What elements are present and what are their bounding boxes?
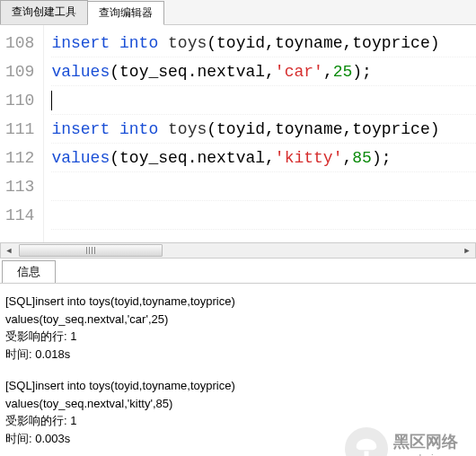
text-cursor [51, 91, 52, 110]
output-line: [SQL]insert into toys(toyid,toyname,toyp… [5, 377, 471, 395]
scroll-left-button[interactable]: ◄ [1, 243, 17, 258]
watermark-text: 黑区网络 www.heiqu.com [393, 433, 469, 456]
line-number: 108 [5, 29, 34, 57]
code-line: values(toy_seq.nextval,'kitty',85); [51, 144, 476, 172]
line-number: 110 [5, 86, 34, 115]
watermark: 黑区网络 www.heiqu.com [345, 427, 469, 456]
code-line [51, 172, 476, 201]
horizontal-scrollbar[interactable]: ◄ ► [0, 242, 476, 259]
line-number: 109 [5, 57, 34, 86]
line-gutter: 108 109 110 111 112 113 114 [0, 25, 44, 242]
scroll-track[interactable] [17, 243, 459, 258]
code-line [51, 201, 476, 230]
tab-query-editor[interactable]: 查询编辑器 [87, 1, 164, 25]
tab-messages[interactable]: 信息 [2, 260, 56, 283]
code-line: values(toy_seq.nextval,'car',25); [51, 57, 476, 86]
sql-editor[interactable]: 108 109 110 111 112 113 114 insert into … [0, 25, 476, 242]
line-number: 111 [5, 115, 34, 144]
code-line [51, 86, 476, 115]
tab-query-builder[interactable]: 查询创建工具 [0, 0, 88, 24]
line-number: 114 [5, 201, 34, 230]
mushroom-icon [345, 427, 388, 456]
output-line: values(toy_seq.nextval,'kitty',85) [5, 395, 471, 413]
scroll-right-button[interactable]: ► [459, 243, 475, 258]
output-line: 时间: 0.018s [5, 346, 471, 364]
line-number: 112 [5, 144, 34, 172]
top-tabs: 查询创建工具 查询编辑器 [0, 0, 476, 25]
code-area[interactable]: insert into toys(toyid,toyname,toyprice)… [44, 25, 476, 242]
output-line: [SQL]insert into toys(toyid,toyname,toyp… [5, 293, 471, 311]
code-line: insert into toys(toyid,toyname,toyprice) [51, 29, 476, 57]
scroll-thumb[interactable] [19, 244, 163, 257]
output-block: [SQL]insert into toys(toyid,toyname,toyp… [5, 293, 471, 363]
output-line: 受影响的行: 1 [5, 328, 471, 346]
code-line: insert into toys(toyid,toyname,toyprice) [51, 115, 476, 144]
output-panel: [SQL]insert into toys(toyid,toyname,toyp… [0, 284, 476, 456]
output-line: values(toy_seq.nextval,'car',25) [5, 311, 471, 329]
line-number: 113 [5, 172, 34, 201]
bottom-tabs: 信息 [0, 260, 476, 284]
